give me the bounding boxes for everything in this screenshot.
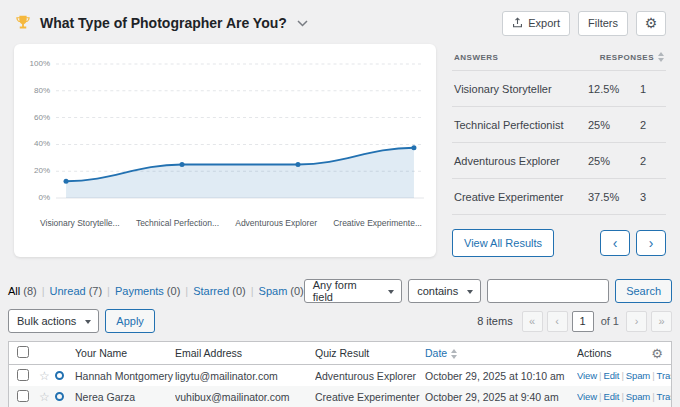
unread-indicator-icon[interactable]: [55, 371, 64, 380]
answers-next-button[interactable]: ›: [636, 230, 666, 256]
entry-email: vuhibux@mailinator.com: [175, 391, 315, 403]
unread-indicator-icon[interactable]: [55, 392, 64, 401]
entry-quiz-result: Adventurous Explorer: [315, 370, 425, 382]
x-tick: Visionary Storytelle...: [40, 218, 120, 228]
quiz-results-chart: 100% 80% 60% 40% 20% 0% Visionary Storyt…: [14, 44, 436, 257]
star-icon[interactable]: ☆: [39, 390, 50, 404]
chart-x-axis: Visionary Storytelle... Technical Perfec…: [22, 206, 424, 232]
answer-percent: 37.5%: [588, 191, 640, 203]
answer-row: Technical Perfectionist 25% 2: [452, 107, 666, 143]
answer-percent: 25%: [588, 155, 640, 167]
form-field-select[interactable]: Any form field: [304, 279, 402, 303]
answer-count: 2: [640, 119, 664, 131]
apply-button[interactable]: Apply: [105, 309, 155, 333]
first-page-button[interactable]: «: [522, 311, 543, 332]
view-link[interactable]: View: [577, 370, 597, 381]
trophy-icon: [14, 14, 32, 32]
form-selector-chevron-icon[interactable]: [297, 20, 308, 27]
table-settings-gear-icon[interactable]: ⚙: [651, 346, 663, 361]
answers-prev-button[interactable]: ‹: [600, 230, 630, 256]
view-all-results-button[interactable]: View All Results: [452, 229, 554, 257]
view-filters: All(8) Unread(7) Payments(0) Starred(0) …: [8, 285, 304, 297]
answers-column-header: ANSWERS: [454, 53, 600, 62]
trash-link[interactable]: Trash: [657, 391, 671, 402]
row-checkbox[interactable]: [17, 369, 29, 381]
y-tick: 80%: [22, 86, 56, 96]
trash-link[interactable]: Trash: [657, 370, 671, 381]
answer-count: 3: [640, 191, 664, 203]
row-checkbox[interactable]: [17, 390, 29, 402]
column-your-name: Your Name: [75, 347, 175, 359]
filter-payments[interactable]: Payments(0): [115, 285, 180, 297]
y-tick: 60%: [22, 113, 56, 123]
answer-percent: 12.5%: [588, 83, 640, 95]
x-tick: Adventurous Explorer: [235, 218, 317, 228]
spam-link[interactable]: Spam: [626, 391, 650, 402]
current-page: 1: [572, 311, 594, 332]
entry-name: Nerea Garza: [75, 391, 175, 403]
edit-link[interactable]: Edit: [603, 391, 619, 402]
chart-y-axis: 100% 80% 60% 40% 20% 0%: [22, 56, 56, 206]
entry-email: ligytu@mailinator.com: [175, 370, 315, 382]
export-button[interactable]: Export: [502, 11, 570, 36]
filters-button[interactable]: Filters: [578, 11, 628, 36]
spam-link[interactable]: Spam: [626, 370, 650, 381]
results-section: What Type of Photographer Are You? Expor…: [0, 0, 680, 257]
y-tick: 0%: [22, 193, 56, 203]
answer-row: Visionary Storyteller 12.5% 1: [452, 71, 666, 107]
sort-icon[interactable]: [451, 349, 457, 359]
entry-name: Hannah Montgomery: [75, 370, 175, 382]
page-title: What Type of Photographer Are You?: [40, 15, 287, 31]
answer-count: 2: [640, 155, 664, 167]
answer-percent: 25%: [588, 119, 640, 131]
y-tick: 100%: [22, 59, 56, 69]
column-quiz-result: Quiz Result: [315, 347, 425, 359]
answer-count: 1: [640, 83, 664, 95]
entry-date: October 29, 2025 at 10:10 am: [425, 370, 577, 382]
sort-icon[interactable]: [658, 52, 664, 62]
entry-date: October 29, 2025 at 9:40 am: [425, 391, 577, 403]
column-date-sort[interactable]: Date: [425, 347, 447, 359]
last-page-button[interactable]: »: [651, 311, 672, 332]
edit-link[interactable]: Edit: [603, 370, 619, 381]
table-header: Your Name Email Address Quiz Result Date…: [9, 342, 671, 365]
view-link[interactable]: View: [577, 391, 597, 402]
entry-actions: ViewEditSpamTrash: [577, 370, 671, 381]
responses-column-header[interactable]: RESPONSES: [600, 53, 654, 62]
answers-panel: ANSWERS RESPONSES Visionary Storyteller …: [452, 44, 666, 257]
answer-row: Creative Experimenter 37.5% 3: [452, 179, 666, 215]
entries-section: All(8) Unread(7) Payments(0) Starred(0) …: [8, 279, 672, 407]
chevron-down-icon: [388, 290, 394, 294]
filter-unread[interactable]: Unread(7): [50, 285, 103, 297]
filter-starred[interactable]: Starred(0): [193, 285, 246, 297]
filter-all[interactable]: All(8): [8, 285, 37, 297]
chevron-down-icon: [467, 290, 473, 294]
answer-label: Adventurous Explorer: [454, 155, 588, 167]
prev-page-button[interactable]: ‹: [547, 311, 568, 332]
table-row: ☆ Hannah Montgomery ligytu@mailinator.co…: [9, 365, 671, 386]
entries-table: Your Name Email Address Quiz Result Date…: [8, 341, 672, 407]
items-count: 8 items: [477, 315, 512, 327]
chevron-right-icon: ›: [649, 235, 654, 251]
table-row: ☆ Nerea Garza vuhibux@mailinator.com Cre…: [9, 386, 671, 407]
next-page-button[interactable]: ›: [626, 311, 647, 332]
total-pages: of 1: [601, 315, 619, 327]
chevron-left-icon: ‹: [613, 235, 618, 251]
star-icon[interactable]: ☆: [39, 369, 50, 383]
search-input[interactable]: [487, 279, 609, 303]
entry-quiz-result: Creative Experimenter: [315, 391, 425, 403]
answer-row: Adventurous Explorer 25% 2: [452, 143, 666, 179]
answer-label: Visionary Storyteller: [454, 83, 588, 95]
comparison-select[interactable]: contains: [408, 279, 481, 303]
select-all-checkbox[interactable]: [17, 346, 29, 358]
list-pagination: « ‹ 1 of 1 › »: [522, 311, 672, 332]
answer-label: Creative Experimenter: [454, 191, 588, 203]
x-tick: Technical Perfection...: [136, 218, 219, 228]
bulk-actions-select[interactable]: Bulk actions: [8, 309, 99, 333]
entry-actions: ViewEditSpamTrash: [577, 391, 671, 402]
column-email-address: Email Address: [175, 347, 315, 359]
filter-spam[interactable]: Spam(0): [259, 285, 304, 297]
search-button[interactable]: Search: [615, 279, 672, 303]
settings-gear-button[interactable]: ⚙: [636, 11, 666, 36]
y-tick: 40%: [22, 139, 56, 149]
